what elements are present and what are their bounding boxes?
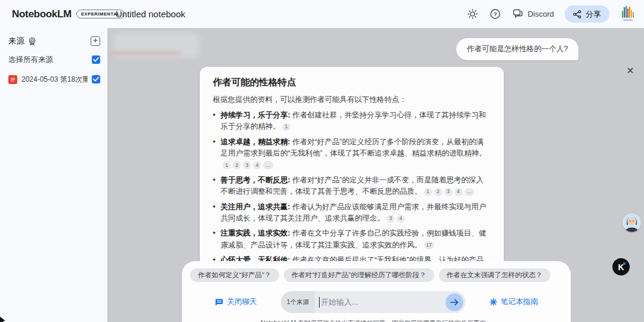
sources-label: 来源 xyxy=(8,36,24,47)
answer-bullet: 追求卓越，精益求精: 作者对“好产品”的定义经历了多个阶段的演变，从最初的满足用… xyxy=(213,137,491,171)
source-checkbox[interactable] xyxy=(92,75,100,83)
chat-input-panel: 作者如何定义“好产品”？ 作者对“打造好产品”的理解经历了哪些阶段？ 作者在文末… xyxy=(182,261,571,322)
citation-chip[interactable]: 17 xyxy=(424,241,434,249)
blurred-background-accent xyxy=(112,52,181,54)
citation-chip[interactable]: 3 xyxy=(386,215,395,223)
accuracy-disclaimer: NotebookLM 有时仍可能会给出不准确的回答，因此您可能需要自行核实任何事… xyxy=(190,319,562,322)
citation-chip[interactable]: … xyxy=(465,188,475,196)
notebook-guide-link[interactable]: 笔记本指南 xyxy=(490,297,538,307)
svg-text:?: ? xyxy=(494,11,497,17)
chat-bubbles-icon xyxy=(512,8,524,20)
citation-chips: 1234… xyxy=(221,161,273,169)
share-button[interactable]: 分享 xyxy=(565,5,609,23)
answer-intro: 根据您提供的资料，可以推测作者可能具有以下性格特点： xyxy=(213,95,491,105)
citation-chip[interactable]: 1 xyxy=(222,161,231,169)
answer-bullet: 关注用户，追求共赢: 作者认为好产品应该能够满足用户需求，并最终实现与用户共同成… xyxy=(213,202,491,225)
avatar-image xyxy=(622,6,634,18)
chat-icon xyxy=(215,298,224,306)
answer-bullet: 善于思考，不断反思: 作者对“好产品”的定义并非一成不变，而是随着思考的深入不断… xyxy=(213,175,491,198)
text-caret xyxy=(319,297,320,308)
answer-bullet: 注重实践，追求实效: 作者在文中分享了许多自己的实践经验，例如赚钱项目、健康减脂… xyxy=(213,228,491,251)
citation-chips: 34 xyxy=(385,214,405,222)
answer-bullet-list: 持续学习，乐于分享: 作者创建社群，并坚持分享学习心得，体现了其持续学习和乐于分… xyxy=(213,110,491,278)
source-badge-icon xyxy=(28,37,36,46)
citation-chip[interactable]: 3 xyxy=(243,161,251,169)
sources-header: 来源 + xyxy=(8,34,100,48)
notebook-title[interactable]: Untitled notebook xyxy=(116,9,185,19)
share-icon xyxy=(573,10,581,18)
app-logo: NotebookLM xyxy=(12,8,72,20)
suggested-question-chip[interactable]: 作者对“打造好产品”的理解经历了哪些阶段？ xyxy=(284,268,434,282)
citation-chip[interactable]: 4 xyxy=(397,215,405,223)
source-title: 2024-05-03 第18次重新理... xyxy=(21,75,88,85)
citation-chip[interactable]: 2 xyxy=(434,188,442,196)
source-list: 2024-05-03 第18次重新理... xyxy=(8,72,100,86)
citation-chips: 1 xyxy=(280,122,290,131)
citation-chip[interactable]: 1 xyxy=(424,188,432,196)
citation-chips: 17 xyxy=(422,241,434,249)
citation-chips: 1234… xyxy=(422,187,475,196)
add-source-button[interactable]: + xyxy=(91,36,100,46)
discord-link[interactable]: Discord xyxy=(512,8,554,20)
select-all-label: 选择所有来源 xyxy=(8,55,53,65)
notebook-guide-label: 笔记本指南 xyxy=(501,297,538,307)
citation-chip[interactable]: 4 xyxy=(454,188,463,196)
user-question-bubble: 作者可能是怎样性格的一个人? xyxy=(456,38,578,60)
close-chat-label: 关闭聊天 xyxy=(227,297,257,307)
bullet-lead: 持续学习，乐于分享: xyxy=(221,111,290,119)
close-chat-icon[interactable]: ✕ xyxy=(624,64,637,77)
chat-input-row: 关闭聊天 1个来源 开始输入... 笔记本指南 xyxy=(190,291,562,313)
mouse-cursor xyxy=(0,317,6,322)
select-all-checkbox[interactable] xyxy=(92,55,100,64)
extension-badge[interactable]: K xyxy=(612,258,630,275)
arrow-right-icon xyxy=(450,299,459,306)
chat-input[interactable]: 1个来源 开始输入... xyxy=(281,291,466,313)
input-placeholder: 开始输入... xyxy=(321,297,358,308)
select-all-sources-row[interactable]: 选择所有来源 xyxy=(8,53,100,66)
bullet-lead: 注重实践，追求实效: xyxy=(221,229,290,237)
assistant-avatar[interactable] xyxy=(623,213,641,232)
citation-chip[interactable]: 1 xyxy=(282,123,290,131)
top-bar-left: NotebookLM EXPERIMENTAL xyxy=(0,8,107,20)
answer-title: 作者可能的性格特点 xyxy=(213,76,491,89)
send-button[interactable] xyxy=(445,293,463,311)
bullet-lead: 善于思考，不断反思: xyxy=(221,176,290,184)
sources-sidebar: 来源 + 选择所有来源 2024-05-03 第18次重新理... xyxy=(0,28,107,322)
chat-overlay: ✕ 作者可能是怎样性格的一个人? 作者可能的性格特点 根据您提供的资料，可以推测… xyxy=(107,28,644,322)
theme-toggle-icon[interactable] xyxy=(467,8,479,20)
share-label: 分享 xyxy=(586,9,601,20)
help-icon[interactable]: ? xyxy=(490,8,501,20)
top-bar-right: ? Discord 分享 xyxy=(467,5,644,23)
close-chat-link[interactable]: 关闭聊天 xyxy=(215,297,257,307)
citation-chip[interactable]: … xyxy=(263,161,273,169)
bullet-lead: 关注用户，追求共赢: xyxy=(221,203,290,211)
notebooklm-app: NotebookLM EXPERIMENTAL Untitled noteboo… xyxy=(0,0,644,322)
bullet-lead: 追求卓越，精益求精: xyxy=(221,138,290,146)
sparkle-icon xyxy=(490,298,497,306)
suggested-questions-row: 作者如何定义“好产品”？ 作者对“打造好产品”的理解经历了哪些阶段？ 作者在文末… xyxy=(190,268,562,282)
citation-chip[interactable]: 3 xyxy=(444,188,453,196)
answer-bullet: 持续学习，乐于分享: 作者创建社群，并坚持分享学习心得，体现了其持续学习和乐于分… xyxy=(213,110,491,133)
citation-chip[interactable]: 2 xyxy=(233,161,241,169)
pdf-icon xyxy=(8,75,17,84)
suggested-question-chip[interactable]: 作者如何定义“好产品”？ xyxy=(190,268,279,282)
discord-label: Discord xyxy=(528,10,554,18)
suggested-question-chip[interactable]: 作者在文末强调了怎样的状态？ xyxy=(439,268,550,282)
citation-chip[interactable]: 4 xyxy=(253,161,261,169)
account-avatar[interactable] xyxy=(620,6,636,23)
top-bar: NotebookLM EXPERIMENTAL Untitled noteboo… xyxy=(0,0,644,28)
source-list-item[interactable]: 2024-05-03 第18次重新理... xyxy=(8,72,100,86)
source-count-badge: 1个来源 xyxy=(281,291,315,313)
